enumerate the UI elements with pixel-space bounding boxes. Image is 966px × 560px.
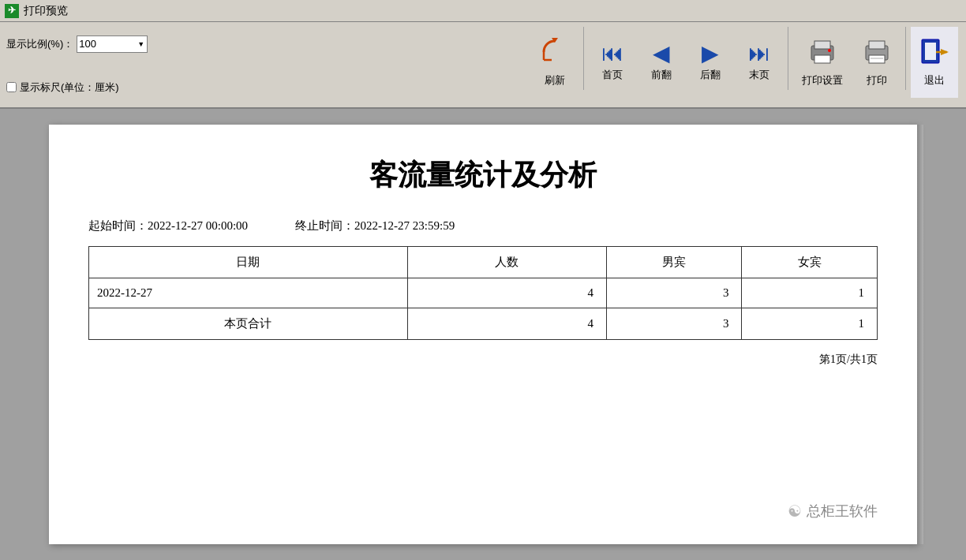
next-page-label: 后翻 <box>700 68 721 82</box>
watermark: ☯ 总柜王软件 <box>788 502 878 521</box>
summary-female: 1 <box>742 308 878 340</box>
first-page-icon: ⏮ <box>601 43 623 65</box>
time-range: 起始时间：2022-12-27 00:00:00 终止时间：2022-12-27… <box>88 218 878 233</box>
title-bar: ✈ 打印预览 <box>0 0 966 22</box>
app-icon: ✈ <box>5 4 19 18</box>
table-row: 2022-12-27 4 3 1 <box>89 278 878 308</box>
title-bar-text: 打印预览 <box>24 4 68 18</box>
cell-count: 4 <box>407 278 606 308</box>
separator-1 <box>583 27 584 90</box>
start-time: 起始时间：2022-12-27 00:00:00 <box>88 218 248 233</box>
table-header-row: 日期 人数 男宾 女宾 <box>89 247 878 278</box>
separator-3 <box>905 27 906 90</box>
header-male: 男宾 <box>606 247 742 278</box>
svg-point-5 <box>828 49 831 52</box>
prev-page-label: 前翻 <box>651 68 672 82</box>
start-time-label: 起始时间： <box>88 219 148 232</box>
refresh-label: 刷新 <box>545 73 565 88</box>
report-title: 客流量统计及分析 <box>88 156 878 195</box>
start-time-value: 2022-12-27 00:00:00 <box>148 219 248 232</box>
prev-page-icon: ◀ <box>653 43 670 65</box>
paper-right-border <box>917 125 923 544</box>
cell-female: 1 <box>742 278 878 308</box>
end-time: 终止时间：2022-12-27 23:59:59 <box>295 218 455 233</box>
next-page-icon: ▶ <box>702 43 719 65</box>
last-page-button[interactable]: ⏭ 末页 <box>736 27 783 98</box>
svg-rect-7 <box>869 41 885 49</box>
scale-label: 显示比例(%)： <box>6 37 73 51</box>
summary-label: 本页合计 <box>89 308 408 340</box>
data-table: 日期 人数 男宾 女宾 2022-12-27 4 3 1 本页合计 4 3 1 <box>88 246 878 340</box>
end-time-label: 终止时间： <box>295 219 354 232</box>
last-page-icon: ⏭ <box>748 43 770 65</box>
watermark-icon: ☯ <box>788 502 802 521</box>
exit-label: 退出 <box>924 73 945 88</box>
header-count: 人数 <box>407 247 606 278</box>
content-area: 客流量统计及分析 起始时间：2022-12-27 00:00:00 终止时间：2… <box>0 109 966 560</box>
page-info: 第1页/共1页 <box>88 353 878 367</box>
exit-icon <box>920 38 949 70</box>
summary-male: 3 <box>606 308 742 340</box>
prev-page-button[interactable]: ◀ 前翻 <box>638 27 685 98</box>
header-female: 女宾 <box>742 247 878 278</box>
print-icon <box>863 38 891 70</box>
exit-button[interactable]: 退出 <box>911 27 958 98</box>
summary-count: 4 <box>407 308 606 340</box>
print-label: 打印 <box>867 73 887 88</box>
toolbar-buttons: 刷新 ⏮ 首页 ◀ 前翻 ▶ 后翻 ⏭ 末页 <box>531 27 958 98</box>
print-setup-icon <box>808 38 837 70</box>
summary-row: 本页合计 4 3 1 <box>89 308 878 340</box>
print-setup-label: 打印设置 <box>802 73 843 88</box>
cell-date: 2022-12-27 <box>89 278 408 308</box>
refresh-button[interactable]: 刷新 <box>531 27 578 98</box>
print-setup-button[interactable]: 打印设置 <box>793 27 852 98</box>
first-page-button[interactable]: ⏮ 首页 <box>589 27 636 98</box>
refresh-icon <box>541 38 569 70</box>
separator-2 <box>788 27 788 90</box>
last-page-label: 末页 <box>749 68 769 82</box>
first-page-label: 首页 <box>602 68 623 82</box>
cell-male: 3 <box>606 278 742 308</box>
svg-rect-4 <box>814 55 830 63</box>
show-ruler-checkbox-row[interactable]: 显示标尺(单位：厘米) <box>6 80 119 95</box>
next-page-button[interactable]: ▶ 后翻 <box>687 27 734 98</box>
watermark-text: 总柜王软件 <box>807 502 878 521</box>
scale-select[interactable]: 100 75 50 150 200 <box>77 35 148 53</box>
end-time-value: 2022-12-27 23:59:59 <box>354 219 455 232</box>
toolbar: 显示比例(%)： 100 75 50 150 200 显示标尺(单位：厘米) <box>0 22 966 109</box>
show-ruler-checkbox[interactable] <box>6 82 17 92</box>
paper: 客流量统计及分析 起始时间：2022-12-27 00:00:00 终止时间：2… <box>49 125 917 544</box>
svg-rect-11 <box>925 43 936 60</box>
svg-rect-8 <box>869 55 885 63</box>
header-date: 日期 <box>89 247 408 278</box>
scale-select-wrapper[interactable]: 100 75 50 150 200 <box>77 35 148 53</box>
svg-rect-3 <box>814 41 830 49</box>
show-ruler-label: 显示标尺(单位：厘米) <box>20 80 119 95</box>
print-button[interactable]: 打印 <box>853 27 900 98</box>
